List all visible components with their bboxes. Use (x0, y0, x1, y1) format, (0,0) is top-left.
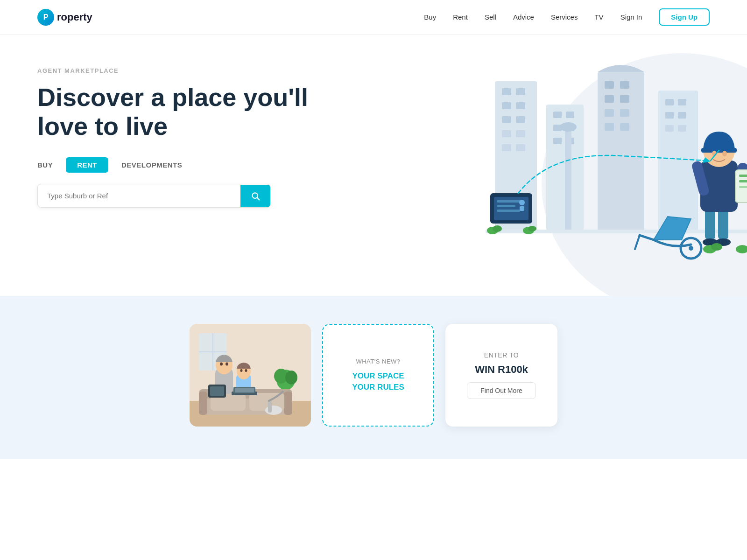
svg-point-38 (560, 122, 577, 132)
search-tabs: BUY RENT DEVELOPMENTS (37, 157, 327, 173)
svg-rect-11 (516, 130, 525, 137)
search-input[interactable] (38, 184, 240, 207)
svg-point-99 (240, 369, 243, 372)
nav-links: Buy Rent Sell Advice Services TV Sign In… (424, 8, 710, 26)
svg-rect-27 (620, 109, 629, 117)
cityscape-svg (364, 35, 747, 296)
search-bar (37, 184, 271, 208)
svg-rect-34 (678, 112, 686, 119)
svg-rect-15 (553, 112, 562, 118)
svg-point-48 (493, 225, 502, 232)
hero-title-line2: love to live (37, 112, 168, 140)
svg-rect-55 (705, 207, 715, 240)
svg-rect-35 (665, 125, 674, 132)
nav-tv[interactable]: TV (594, 13, 603, 21)
logo-text: roperty (57, 11, 92, 23)
search-button[interactable] (240, 185, 270, 207)
svg-rect-23 (620, 81, 629, 89)
tab-buy[interactable]: BUY (37, 157, 53, 173)
svg-rect-13 (516, 144, 525, 151)
photo-illustration (190, 324, 311, 427)
card-photo[interactable] (190, 324, 311, 427)
svg-rect-44 (497, 210, 520, 212)
svg-rect-25 (620, 95, 629, 103)
svg-rect-36 (678, 125, 686, 132)
svg-rect-28 (605, 123, 614, 131)
nav-signin[interactable]: Sign In (620, 13, 642, 21)
svg-rect-16 (566, 112, 574, 118)
hero-label: AGENT MARKETPLACE (37, 67, 327, 74)
tab-developments[interactable]: DEVELOPMENTS (121, 157, 182, 173)
svg-rect-103 (235, 388, 254, 392)
hero-section: AGENT MARKETPLACE Discover a place you'l… (0, 35, 747, 296)
svg-rect-32 (678, 99, 686, 105)
svg-point-73 (711, 243, 722, 251)
hero-title: Discover a place you'll love to live (37, 83, 327, 140)
search-icon (251, 191, 260, 201)
card-win: ENTER TO WIN R100k Find Out More (445, 324, 557, 427)
svg-line-1 (257, 197, 260, 200)
nav-services[interactable]: Services (551, 13, 578, 21)
whats-new-label: WHAT'S NEW? (356, 358, 400, 365)
logo[interactable]: P roperty (37, 9, 92, 26)
nav-rent[interactable]: Rent (453, 13, 468, 21)
svg-rect-10 (502, 130, 511, 137)
svg-rect-105 (268, 401, 272, 413)
svg-point-93 (220, 363, 223, 366)
svg-rect-31 (665, 99, 674, 105)
tab-rent[interactable]: RENT (66, 157, 108, 173)
svg-point-52 (689, 246, 693, 251)
svg-point-45 (519, 200, 525, 205)
find-out-button[interactable]: Find Out More (467, 382, 536, 399)
svg-rect-63 (739, 175, 747, 177)
hero-title-line1: Discover a place you'll (37, 83, 308, 111)
svg-rect-5 (516, 88, 525, 95)
svg-rect-29 (620, 123, 629, 131)
svg-rect-96 (210, 386, 224, 396)
navbar: P roperty Buy Rent Sell Advice Services … (0, 0, 747, 35)
whats-new-title: YOUR SPACE YOUR RULES (352, 371, 404, 393)
svg-rect-46 (520, 206, 524, 211)
svg-rect-42 (497, 200, 522, 203)
cards-section: WHAT'S NEW? YOUR SPACE YOUR RULES ENTER … (0, 296, 747, 459)
card-whats-new[interactable]: WHAT'S NEW? YOUR SPACE YOUR RULES (322, 324, 434, 427)
svg-rect-22 (605, 81, 614, 89)
svg-point-50 (528, 226, 536, 231)
logo-icon: P (37, 9, 54, 26)
win-amount: WIN R100k (475, 364, 528, 376)
svg-rect-33 (665, 112, 674, 119)
svg-rect-9 (516, 116, 525, 123)
svg-rect-56 (718, 207, 728, 240)
nav-buy[interactable]: Buy (424, 13, 436, 21)
svg-rect-8 (502, 116, 511, 123)
svg-rect-88 (284, 392, 292, 415)
svg-rect-6 (502, 102, 511, 109)
svg-rect-26 (605, 109, 614, 117)
nav-advice[interactable]: Advice (513, 13, 534, 21)
svg-rect-87 (199, 392, 207, 415)
svg-rect-43 (497, 205, 515, 207)
svg-rect-19 (553, 138, 562, 144)
cards-row: WHAT'S NEW? YOUR SPACE YOUR RULES ENTER … (163, 324, 584, 427)
nav-sell[interactable]: Sell (485, 13, 496, 21)
svg-rect-64 (739, 180, 747, 182)
svg-rect-12 (502, 144, 511, 151)
svg-point-69 (722, 151, 727, 156)
svg-point-84 (285, 371, 297, 385)
hero-illustration (364, 35, 747, 296)
hero-content: AGENT MARKETPLACE Discover a place you'l… (37, 67, 327, 208)
svg-rect-30 (658, 91, 698, 231)
svg-rect-7 (516, 102, 525, 109)
win-label: ENTER TO (484, 351, 519, 359)
signup-button[interactable]: Sign Up (659, 8, 710, 26)
svg-rect-65 (739, 186, 747, 188)
svg-rect-4 (502, 88, 511, 95)
svg-point-94 (226, 363, 228, 366)
svg-rect-24 (605, 95, 614, 103)
svg-rect-37 (565, 128, 571, 231)
svg-point-100 (245, 369, 247, 372)
svg-point-104 (265, 406, 282, 415)
